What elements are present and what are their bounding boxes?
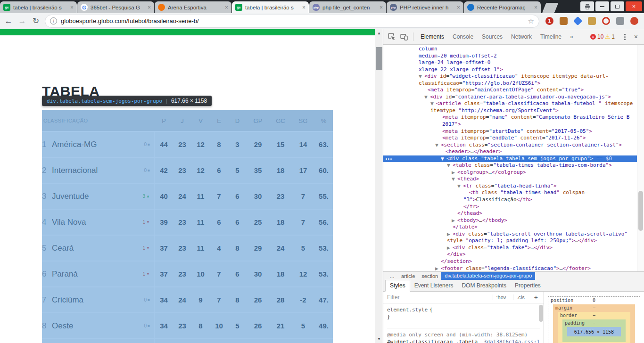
code-line[interactable]: </tr> [383, 204, 644, 211]
breadcrumb-item-selected[interactable]: div.tabela.tabela-sem-jogos-por-grupo [441, 272, 535, 280]
expand-arrow-open-icon[interactable]: ▼ [447, 162, 453, 169]
tab-close-icon[interactable]: × [225, 4, 228, 11]
code-line[interactable]: ▶<div class="tabela-scroll overthrow tab… [383, 231, 644, 238]
table-row[interactable]: 3Juventude3▲402411763023755. [42, 183, 333, 209]
toggle-hover-state-button[interactable]: :hov [493, 294, 510, 300]
code-line[interactable]: column [383, 46, 644, 53]
team-name[interactable]: América-MG [52, 140, 144, 149]
code-line[interactable]: ▼<thead> [383, 176, 644, 183]
table-row[interactable]: 4Vila Nova1▼392311662518756. [42, 209, 333, 235]
styles-filter-input[interactable]: Filter [387, 294, 489, 301]
code-line[interactable]: medium-20 medium-offset-2 [383, 53, 644, 60]
tab-close-icon[interactable]: × [70, 4, 74, 11]
table-row[interactable]: 8Oeste0■342381052621549. [42, 312, 333, 338]
sidebar-tab[interactable]: Properties [511, 280, 545, 291]
code-line[interactable]: </table> [383, 224, 644, 231]
devtools-tab[interactable]: Console [449, 29, 477, 44]
extension-icon[interactable] [602, 17, 610, 25]
code-line[interactable]: itemtype="http://schema.org/SportsEvent"… [383, 107, 644, 114]
extension-icon[interactable] [616, 17, 624, 25]
team-name[interactable]: Vila Nova [52, 218, 143, 227]
address-bar[interactable]: i globoesporte.globo.com/futebol/brasile… [45, 15, 539, 28]
devtools-tab[interactable]: Timeline [537, 29, 565, 44]
code-line[interactable]: ▼<section class="section-container secti… [383, 142, 644, 149]
team-name[interactable]: Ceará [52, 244, 143, 253]
inspect-element-button[interactable] [387, 32, 397, 42]
css-selector[interactable]: #widget-classificacao .tabela [387, 338, 480, 343]
table-row[interactable]: 2Internacional0■4223126535181760. [42, 157, 333, 183]
code-line[interactable]: style="opacity: 1; padding-left: 250px;"… [383, 237, 644, 245]
page-info-icon[interactable]: i [50, 17, 57, 24]
scrollbar-down-arrow[interactable]: ▼ [375, 335, 383, 343]
sidebar-tab[interactable]: DOM Breakpoints [457, 280, 511, 291]
code-line[interactable]: <meta itemprop="endDate" content="2017-1… [383, 135, 644, 142]
code-line[interactable]: ▼<div id="container-para-tabela-simulado… [383, 94, 644, 101]
print-button[interactable] [580, 1, 594, 11]
extension-icon[interactable] [560, 17, 568, 25]
code-line[interactable]: ▶<footer class="legenda-classificacao">…… [383, 265, 644, 272]
code-line[interactable]: ▼<div class="tabela tabela-sem-jogos-por… [383, 155, 644, 163]
code-line[interactable]: xlarge-22 xlarge-offset-1"> [383, 66, 644, 74]
extension-icon[interactable] [573, 16, 583, 26]
back-button[interactable]: ← [4, 16, 13, 26]
expand-arrow-closed-icon[interactable]: ▶ [435, 265, 441, 272]
new-style-rule-button[interactable]: + [532, 294, 540, 301]
breadcrumb-item[interactable]: article [398, 273, 418, 279]
more-tabs-chevron[interactable]: » [567, 29, 577, 44]
forward-button[interactable]: → [17, 16, 27, 26]
toggle-classes-button[interactable]: .cls [513, 294, 528, 300]
more-actions-icon[interactable] [386, 158, 387, 160]
browser-tab[interactable]: Arena Esportiva × [155, 1, 231, 13]
expand-arrow-closed-icon[interactable]: ▶ [452, 169, 457, 176]
code-line[interactable]: </div> [383, 251, 644, 258]
device-toolbar-button[interactable] [399, 32, 409, 42]
code-line[interactable]: <meta itemprop="mainContentOfPage" conte… [383, 87, 644, 94]
code-line[interactable]: <th class="tabela-times-head" colspan= [383, 189, 644, 196]
close-button[interactable]: × [626, 1, 642, 11]
table-row[interactable]: 7Criciúma0■34249782628-247. [42, 286, 333, 312]
code-line[interactable]: "3">Classificação</th> [383, 196, 644, 204]
tab-close-icon[interactable]: × [148, 4, 151, 11]
table-row[interactable]: 5Ceará1▼372311482924553. [42, 235, 333, 261]
table-row[interactable]: 9Londrina0■33239683632447. [42, 338, 333, 343]
expand-arrow-open-icon[interactable]: ▼ [419, 73, 424, 80]
devtools-tab[interactable]: Elements [417, 29, 447, 44]
extension-icon[interactable]: 1 [545, 17, 553, 25]
code-line[interactable]: ▶<colgroup>…</colgroup> [383, 169, 644, 176]
browser-tab[interactable]: G 365bet - Pesquisa G × [77, 1, 154, 13]
browser-tab[interactable]: ge tabela | brasileirão s × [0, 1, 77, 13]
code-line[interactable]: <meta itemprop="startDate" content="2017… [383, 128, 644, 135]
code-line[interactable]: ▼<article class="tabela-classificacao ta… [383, 100, 644, 107]
expand-arrow-closed-icon[interactable]: ▶ [452, 217, 457, 224]
devtools-menu-icon[interactable] [624, 36, 626, 38]
code-line[interactable]: </section> [383, 258, 644, 265]
tab-close-icon[interactable]: × [457, 4, 460, 11]
tab-close-icon[interactable]: × [302, 4, 305, 11]
extension-icon[interactable] [630, 17, 638, 25]
code-line[interactable]: ▼<tr class="tabela-head-linha"> [383, 183, 644, 190]
maximize-button[interactable] [611, 1, 624, 11]
breadcrumb-item[interactable]: section [418, 273, 441, 279]
bookmark-star-icon[interactable]: ☆ [528, 17, 534, 25]
browser-tab[interactable]: Recente Programaç × [464, 1, 541, 13]
code-line[interactable]: <meta itemprop="name" content="Campeonat… [383, 114, 644, 121]
url-text[interactable]: globoesporte.globo.com/futebol/brasileir… [61, 17, 524, 24]
browser-tab[interactable]: php php file_get_conten × [309, 1, 386, 13]
element-style-selector[interactable]: element.style [387, 306, 428, 313]
team-name[interactable]: Juventude [52, 192, 143, 201]
sidebar-tab[interactable]: Styles [385, 280, 410, 292]
styles-scrollbar-thumb[interactable] [539, 305, 543, 322]
expand-arrow-open-icon[interactable]: ▼ [457, 183, 463, 190]
devtools-tab[interactable]: Sources [479, 29, 506, 44]
tab-close-icon[interactable]: × [534, 4, 537, 11]
reload-button[interactable]: ↻ [31, 16, 41, 26]
code-line[interactable]: classificacao="https://glo.bo/2fUZS6i"> [383, 80, 644, 87]
code-line[interactable]: </thead> [383, 210, 644, 217]
expand-arrow-closed-icon[interactable]: ▶ [447, 245, 453, 252]
scrollbar-up-arrow[interactable]: ▲ [375, 29, 383, 37]
browser-tab[interactable]: ge tabela | brasileirão s × [232, 1, 309, 13]
stylesheet-link[interactable]: 3da138f6c14a.css:1 [484, 338, 540, 343]
code-line[interactable]: large-24 large-offset-0 [383, 59, 644, 66]
minimize-button[interactable] [595, 1, 609, 11]
code-line[interactable]: <header>…</header> [383, 148, 644, 155]
